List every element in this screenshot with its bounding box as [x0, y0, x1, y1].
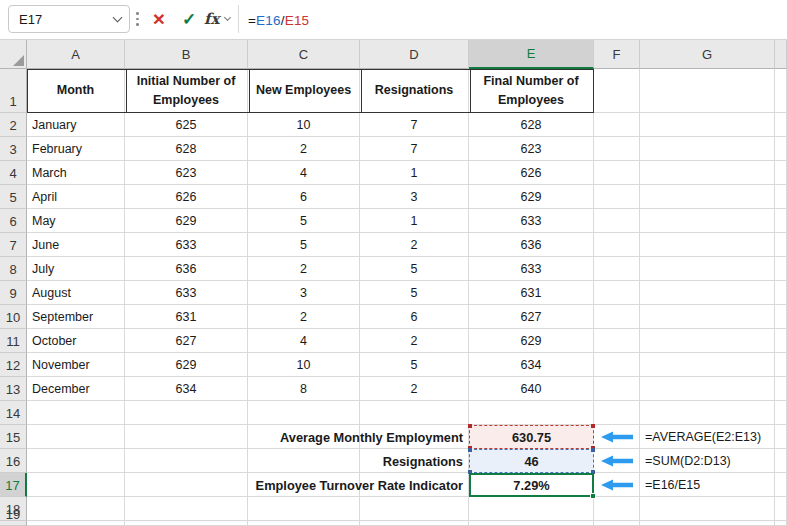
cell-A16[interactable]: [27, 449, 125, 473]
cell-E1[interactable]: Final Number of Employees: [469, 69, 594, 113]
row-header-12[interactable]: 12: [0, 353, 27, 377]
row-header-3[interactable]: 3: [0, 137, 27, 161]
cell-D14[interactable]: [360, 401, 469, 425]
cell-E14[interactable]: [469, 401, 594, 425]
cancel-button[interactable]: ×: [146, 4, 172, 34]
cell-F2[interactable]: [594, 113, 640, 137]
cell-H10[interactable]: [775, 305, 787, 329]
row-header-8[interactable]: 8: [0, 257, 27, 281]
cell-A3[interactable]: February: [27, 137, 125, 161]
cell-A19[interactable]: [27, 521, 125, 526]
cell-G11[interactable]: [640, 329, 775, 353]
cell-D13[interactable]: 2: [360, 377, 469, 401]
cell-E19[interactable]: [469, 521, 594, 526]
cell-G6[interactable]: [640, 209, 775, 233]
column-header-F[interactable]: F: [594, 40, 640, 69]
cell-B4[interactable]: 623: [125, 161, 248, 185]
cell-G5[interactable]: [640, 185, 775, 209]
column-header-C[interactable]: C: [248, 40, 360, 69]
row-header-15[interactable]: 15: [0, 425, 27, 449]
cell-B19[interactable]: [125, 521, 248, 526]
cell-H3[interactable]: [775, 137, 787, 161]
row-header-13[interactable]: 13: [0, 377, 27, 401]
cell-G9[interactable]: [640, 281, 775, 305]
cell-F18[interactable]: [594, 497, 640, 521]
row-header-9[interactable]: 9: [0, 281, 27, 305]
cell-B3[interactable]: 628: [125, 137, 248, 161]
cell-B12[interactable]: 629: [125, 353, 248, 377]
cell-B11[interactable]: 627: [125, 329, 248, 353]
cell-G10[interactable]: [640, 305, 775, 329]
cell-C3[interactable]: 2: [248, 137, 360, 161]
cell-G14[interactable]: [640, 401, 775, 425]
cell-B6[interactable]: 629: [125, 209, 248, 233]
cell-E3[interactable]: 623: [469, 137, 594, 161]
cell-A7[interactable]: June: [27, 233, 125, 257]
cell-C8[interactable]: 2: [248, 257, 360, 281]
cell-H11[interactable]: [775, 329, 787, 353]
cell-C11[interactable]: 4: [248, 329, 360, 353]
cell-D7[interactable]: 2: [360, 233, 469, 257]
cell-E7[interactable]: 636: [469, 233, 594, 257]
row-header-6[interactable]: 6: [0, 209, 27, 233]
cell-E2[interactable]: 628: [469, 113, 594, 137]
cell-H12[interactable]: [775, 353, 787, 377]
row-header-16[interactable]: 16: [0, 449, 27, 473]
cell-E10[interactable]: 627: [469, 305, 594, 329]
cell-B5[interactable]: 626: [125, 185, 248, 209]
cell-D5[interactable]: 3: [360, 185, 469, 209]
cell-A14[interactable]: [27, 401, 125, 425]
cell-B14[interactable]: [125, 401, 248, 425]
cell-E16[interactable]: [469, 449, 594, 473]
cell-C1[interactable]: New Employees: [248, 69, 360, 113]
cell-A17[interactable]: [27, 473, 125, 497]
cell-B18[interactable]: [125, 497, 248, 521]
cell-F19[interactable]: [594, 521, 640, 526]
row-header-4[interactable]: 4: [0, 161, 27, 185]
enter-button[interactable]: ✓: [176, 4, 202, 34]
cell-F15[interactable]: [594, 425, 640, 449]
cell-F14[interactable]: [594, 401, 640, 425]
cell-E8[interactable]: 633: [469, 257, 594, 281]
cell-D12[interactable]: 5: [360, 353, 469, 377]
select-all-button[interactable]: [0, 40, 27, 69]
cell-C2[interactable]: 10: [248, 113, 360, 137]
cell-G4[interactable]: [640, 161, 775, 185]
cell-F5[interactable]: [594, 185, 640, 209]
cell-E13[interactable]: 640: [469, 377, 594, 401]
row-header-7[interactable]: 7: [0, 233, 27, 257]
cell-H7[interactable]: [775, 233, 787, 257]
cell-H8[interactable]: [775, 257, 787, 281]
fill-handle[interactable]: [590, 493, 596, 499]
cell-C7[interactable]: 5: [248, 233, 360, 257]
cell-C12[interactable]: 10: [248, 353, 360, 377]
cell-A11[interactable]: October: [27, 329, 125, 353]
cell-C19[interactable]: [248, 521, 360, 526]
cell-C13[interactable]: 8: [248, 377, 360, 401]
cell-H4[interactable]: [775, 161, 787, 185]
column-header-A[interactable]: A: [27, 40, 125, 69]
row-header-2[interactable]: 2: [0, 113, 27, 137]
cell-F16[interactable]: [594, 449, 640, 473]
cell-A13[interactable]: December: [27, 377, 125, 401]
cell-B10[interactable]: 631: [125, 305, 248, 329]
cell-A4[interactable]: March: [27, 161, 125, 185]
cell-G7[interactable]: [640, 233, 775, 257]
cell-E12[interactable]: 634: [469, 353, 594, 377]
cell-A5[interactable]: April: [27, 185, 125, 209]
cell-F11[interactable]: [594, 329, 640, 353]
cell-F3[interactable]: [594, 137, 640, 161]
formula-input[interactable]: = E16 / E15: [248, 0, 309, 40]
cell-A10[interactable]: September: [27, 305, 125, 329]
cell-F17[interactable]: [594, 473, 640, 497]
cell-D18[interactable]: [360, 497, 469, 521]
cell-F7[interactable]: [594, 233, 640, 257]
cell-G8[interactable]: [640, 257, 775, 281]
cell-E18[interactable]: [469, 497, 594, 521]
cell-H6[interactable]: [775, 209, 787, 233]
cell-A2[interactable]: January: [27, 113, 125, 137]
cell-D19[interactable]: [360, 521, 469, 526]
column-header-G[interactable]: G: [640, 40, 775, 69]
column-header-B[interactable]: B: [125, 40, 248, 69]
column-header-partial[interactable]: [775, 40, 787, 69]
